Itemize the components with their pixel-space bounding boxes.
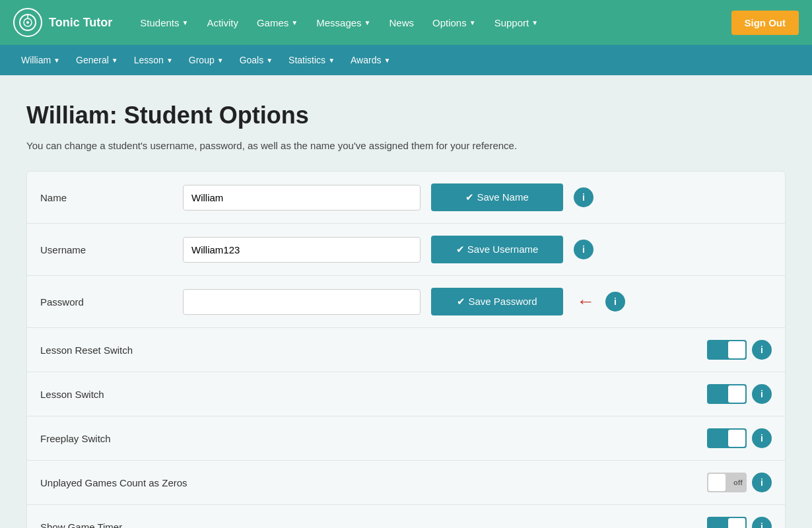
sign-out-button[interactable]: Sign Out bbox=[731, 11, 799, 35]
app-name: Tonic Tutor bbox=[49, 16, 112, 30]
chevron-down-icon: ▼ bbox=[469, 19, 476, 26]
freeplay-label: Freeplay Switch bbox=[40, 433, 172, 444]
lesson-switch-label: Lesson Switch bbox=[40, 389, 172, 400]
nav-news[interactable]: News bbox=[382, 12, 423, 34]
nav-support[interactable]: Support ▼ bbox=[487, 12, 546, 34]
toggle-off-label: off bbox=[733, 478, 743, 486]
subnav-william[interactable]: William ▼ bbox=[13, 51, 68, 69]
game-timer-info-button[interactable]: i bbox=[752, 517, 772, 528]
lesson-switch-toggle[interactable] bbox=[707, 384, 747, 404]
top-navigation: Tonic Tutor Students ▼ Activity Games ▼ … bbox=[0, 0, 812, 45]
toggle-knob bbox=[728, 341, 745, 358]
logo-icon bbox=[13, 8, 42, 37]
arrow-indicator: ← bbox=[576, 291, 595, 312]
logo[interactable]: Tonic Tutor bbox=[13, 8, 112, 37]
freeplay-toggle[interactable] bbox=[707, 428, 747, 448]
options-form: Name ✔ Save Name i Username ✔ Save Usern… bbox=[26, 171, 786, 528]
nav-games[interactable]: Games ▼ bbox=[249, 12, 306, 34]
unplayed-row: Unplayed Games Count as Zeros off i bbox=[27, 461, 785, 505]
toggle-knob bbox=[728, 430, 745, 447]
subnav-general[interactable]: General ▼ bbox=[68, 51, 126, 69]
save-password-button[interactable]: ✔ Save Password bbox=[431, 288, 563, 315]
nav-links: Students ▼ Activity Games ▼ Messages ▼ N… bbox=[132, 12, 731, 34]
username-info-button[interactable]: i bbox=[574, 240, 593, 259]
chevron-down-icon: ▼ bbox=[166, 57, 173, 64]
name-label: Name bbox=[40, 192, 172, 203]
chevron-down-icon: ▼ bbox=[112, 57, 118, 64]
chevron-down-icon: ▼ bbox=[217, 57, 224, 64]
game-timer-row: Show Game Timer i bbox=[27, 505, 785, 528]
page-description: You can change a student's username, pas… bbox=[26, 140, 786, 151]
chevron-down-icon: ▼ bbox=[384, 57, 390, 64]
toggle-knob-off bbox=[708, 474, 726, 491]
lesson-reset-row: Lesson Reset Switch i bbox=[27, 328, 785, 372]
game-timer-toggle[interactable] bbox=[707, 517, 747, 528]
username-row: Username ✔ Save Username i bbox=[27, 224, 785, 276]
subnav-group[interactable]: Group ▼ bbox=[181, 51, 232, 69]
chevron-down-icon: ▼ bbox=[291, 19, 298, 26]
password-label: Password bbox=[40, 296, 172, 308]
freeplay-row: Freeplay Switch i bbox=[27, 416, 785, 461]
chevron-down-icon: ▼ bbox=[328, 57, 335, 64]
sub-navigation: William ▼ General ▼ Lesson ▼ Group ▼ Goa… bbox=[0, 45, 812, 75]
page-title: William: Student Options bbox=[26, 102, 786, 129]
nav-options[interactable]: Options ▼ bbox=[424, 12, 484, 34]
unplayed-label: Unplayed Games Count as Zeros bbox=[40, 477, 187, 488]
nav-activity[interactable]: Activity bbox=[199, 12, 246, 34]
name-input[interactable] bbox=[183, 185, 421, 211]
lesson-reset-label: Lesson Reset Switch bbox=[40, 345, 172, 356]
subnav-lesson[interactable]: Lesson ▼ bbox=[126, 51, 181, 69]
lesson-reset-toggle[interactable] bbox=[707, 340, 747, 360]
chevron-down-icon: ▼ bbox=[364, 19, 371, 26]
chevron-down-icon: ▼ bbox=[182, 19, 189, 26]
toggle-knob bbox=[728, 518, 745, 528]
save-username-button[interactable]: ✔ Save Username bbox=[431, 236, 563, 263]
subnav-statistics[interactable]: Statistics ▼ bbox=[281, 51, 343, 69]
nav-students[interactable]: Students ▼ bbox=[132, 12, 196, 34]
password-input[interactable] bbox=[183, 289, 421, 315]
chevron-down-icon: ▼ bbox=[53, 57, 60, 64]
chevron-down-icon: ▼ bbox=[266, 57, 273, 64]
lesson-reset-info-button[interactable]: i bbox=[752, 340, 772, 360]
unplayed-info-button[interactable]: i bbox=[752, 473, 772, 492]
freeplay-info-button[interactable]: i bbox=[752, 428, 772, 448]
password-info-button[interactable]: i bbox=[605, 292, 625, 312]
chevron-down-icon: ▼ bbox=[531, 19, 538, 26]
username-input[interactable] bbox=[183, 237, 421, 263]
subnav-goals[interactable]: Goals ▼ bbox=[232, 51, 281, 69]
nav-messages[interactable]: Messages ▼ bbox=[308, 12, 378, 34]
lesson-switch-info-button[interactable]: i bbox=[752, 384, 772, 404]
username-label: Username bbox=[40, 244, 172, 255]
name-info-button[interactable]: i bbox=[574, 187, 593, 207]
toggle-knob bbox=[728, 385, 745, 403]
lesson-switch-row: Lesson Switch i bbox=[27, 372, 785, 416]
unplayed-toggle[interactable]: off bbox=[707, 473, 747, 492]
svg-point-2 bbox=[26, 21, 29, 24]
game-timer-label: Show Game Timer bbox=[40, 521, 172, 529]
main-content: William: Student Options You can change … bbox=[0, 75, 812, 528]
name-row: Name ✔ Save Name i bbox=[27, 172, 785, 224]
subnav-awards[interactable]: Awards ▼ bbox=[343, 51, 398, 69]
password-row: Password ✔ Save Password ← i bbox=[27, 276, 785, 328]
save-name-button[interactable]: ✔ Save Name bbox=[431, 183, 563, 211]
